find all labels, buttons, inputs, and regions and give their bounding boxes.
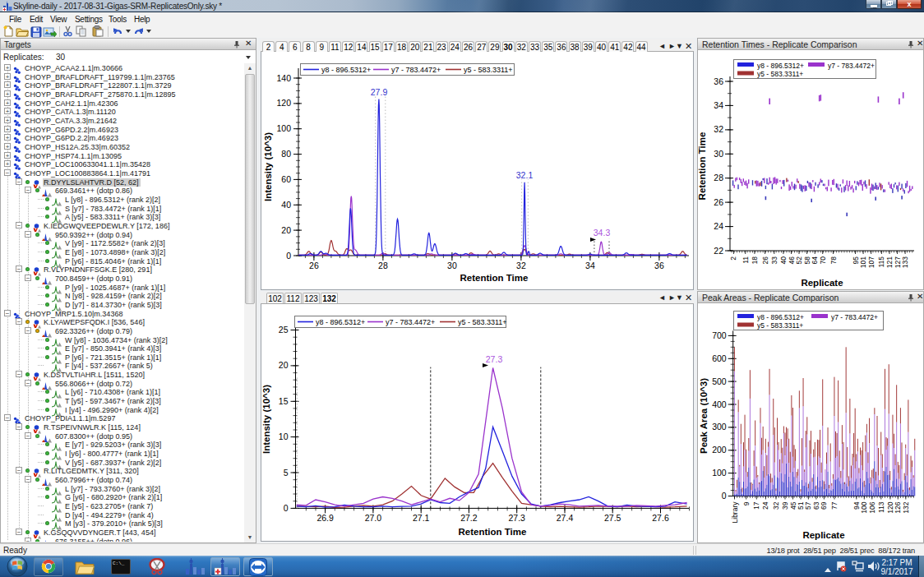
svg-text:y8 - 896.5312+: y8 - 896.5312+ [757, 313, 804, 321]
svg-text:27.5: 27.5 [604, 513, 621, 523]
svg-text:39: 39 [781, 501, 789, 510]
svg-text:10: 10 [279, 432, 289, 441]
svg-text:100: 100 [276, 123, 291, 133]
svg-text:24: 24 [761, 501, 769, 510]
svg-text:Retention Time: Retention Time [697, 132, 707, 201]
svg-text:32.1: 32.1 [516, 170, 534, 180]
svg-text:Peak Area (10^3): Peak Area (10^3) [699, 378, 709, 454]
svg-text:45: 45 [789, 501, 797, 510]
svg-text:26: 26 [761, 256, 769, 265]
svg-text:27.9: 27.9 [371, 87, 388, 97]
svg-text:y7 - 783.4472+: y7 - 783.4472+ [391, 66, 441, 74]
svg-text:0: 0 [286, 251, 291, 261]
svg-text:70: 70 [819, 256, 827, 265]
svg-text:95: 95 [852, 256, 860, 265]
svg-text:34: 34 [585, 261, 595, 270]
svg-text:200: 200 [712, 445, 727, 455]
svg-text:57: 57 [804, 501, 812, 510]
svg-text:y7 - 783.4472+: y7 - 783.4472+ [386, 318, 435, 326]
svg-text:y8 - 896.5312+: y8 - 896.5312+ [321, 66, 371, 74]
svg-text:2: 2 [729, 256, 737, 261]
svg-text:27.2: 27.2 [460, 513, 478, 523]
svg-text:Retention Time: Retention Time [460, 273, 529, 283]
svg-text:132: 132 [902, 501, 910, 513]
svg-text:34.3: 34.3 [594, 228, 611, 238]
svg-text:58: 58 [803, 256, 811, 265]
svg-text:y5 - 583.3311+: y5 - 583.3311+ [757, 321, 803, 330]
svg-text:69: 69 [820, 501, 828, 510]
svg-text:27.1: 27.1 [413, 513, 430, 523]
svg-text:121: 121 [885, 256, 894, 268]
svg-text:26: 26 [714, 197, 723, 207]
svg-text:17: 17 [752, 501, 760, 510]
svg-text:25: 25 [279, 325, 289, 335]
svg-text:0: 0 [284, 503, 289, 513]
svg-text:40: 40 [281, 200, 291, 210]
svg-text:64: 64 [811, 256, 819, 265]
svg-text:Retention Time: Retention Time [459, 527, 527, 537]
svg-text:400: 400 [712, 399, 727, 409]
svg-text:y5 - 583.3311+: y5 - 583.3311+ [458, 318, 507, 326]
svg-text:100: 100 [860, 501, 868, 513]
svg-text:600: 600 [712, 353, 727, 363]
svg-text:40: 40 [779, 256, 788, 265]
svg-text:28: 28 [714, 173, 723, 182]
svg-text:27.3: 27.3 [486, 354, 503, 364]
svg-text:36: 36 [714, 76, 723, 86]
svg-text:Intensity (10^3): Intensity (10^3) [261, 385, 271, 454]
svg-text:32: 32 [772, 501, 780, 510]
svg-text:0: 0 [722, 491, 727, 501]
svg-text:300: 300 [712, 422, 727, 432]
svg-text:101: 101 [859, 256, 867, 268]
svg-text:Replicate: Replicate [802, 530, 844, 540]
svg-text:27.4: 27.4 [557, 513, 574, 523]
svg-text:11: 11 [742, 256, 750, 264]
svg-text:24: 24 [714, 221, 723, 231]
svg-text:36: 36 [654, 261, 664, 270]
svg-text:Library: Library [731, 501, 739, 524]
svg-text:20: 20 [279, 360, 289, 370]
svg-text:700: 700 [712, 330, 727, 340]
svg-text:115: 115 [877, 256, 885, 268]
svg-text:33: 33 [770, 256, 778, 265]
svg-text:Replicate: Replicate [801, 278, 843, 288]
svg-text:106: 106 [868, 501, 876, 513]
svg-text:22: 22 [714, 246, 723, 256]
svg-text:y7 - 783.4472+: y7 - 783.4472+ [828, 62, 875, 70]
svg-text:133: 133 [901, 256, 909, 268]
svg-text:80: 80 [281, 149, 291, 159]
svg-text:30: 30 [714, 149, 723, 159]
svg-text:78: 78 [829, 256, 838, 265]
svg-text:27.6: 27.6 [652, 513, 669, 523]
svg-text:y8 - 896.5312+: y8 - 896.5312+ [757, 62, 804, 70]
svg-text:120: 120 [276, 98, 291, 108]
svg-text:60: 60 [281, 174, 291, 184]
svg-text:127: 127 [894, 256, 902, 268]
svg-text:100: 100 [712, 468, 727, 478]
svg-text:y7 - 783.4472+: y7 - 783.4472+ [831, 313, 878, 321]
svg-text:32: 32 [516, 261, 526, 270]
svg-text:500: 500 [712, 376, 727, 386]
svg-text:27.3: 27.3 [508, 513, 525, 523]
svg-text:140: 140 [276, 73, 291, 83]
svg-text:Intensity (10^3): Intensity (10^3) [263, 132, 273, 201]
svg-text:30: 30 [447, 261, 457, 270]
svg-text:126: 126 [894, 501, 902, 513]
svg-text:y8 - 896.5312+: y8 - 896.5312+ [316, 318, 365, 326]
svg-text:5: 5 [284, 468, 289, 478]
svg-text:9: 9 [742, 501, 751, 505]
svg-text:15: 15 [279, 396, 289, 406]
svg-text:26: 26 [309, 261, 319, 270]
svg-text:77: 77 [830, 501, 839, 510]
svg-text:y5 - 583.3311+: y5 - 583.3311+ [757, 70, 803, 78]
svg-text:26.9: 26.9 [316, 513, 334, 523]
svg-text:107: 107 [867, 256, 875, 268]
svg-text:63: 63 [812, 501, 820, 510]
svg-text:28: 28 [378, 261, 388, 270]
svg-text:52: 52 [795, 256, 803, 265]
svg-text:113: 113 [877, 501, 885, 513]
svg-text:32: 32 [714, 124, 723, 134]
svg-text:18: 18 [751, 256, 759, 265]
svg-text:y5 - 583.3311+: y5 - 583.3311+ [464, 66, 513, 74]
svg-text:94: 94 [852, 501, 861, 510]
